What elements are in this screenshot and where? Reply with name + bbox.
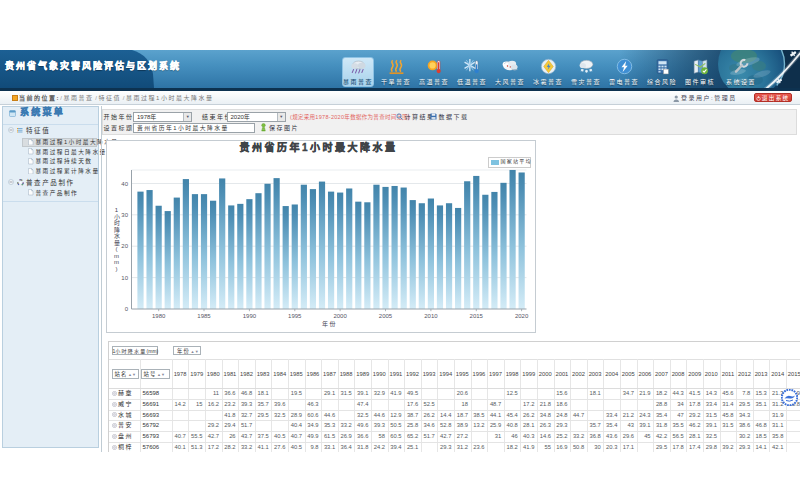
svg-text:2000: 2000 — [333, 313, 347, 319]
svg-text:0: 0 — [125, 306, 129, 312]
svg-text:2015: 2015 — [470, 313, 484, 319]
svg-text:1995: 1995 — [288, 313, 302, 319]
svg-text:20: 20 — [121, 243, 128, 249]
svg-text:2010: 2010 — [424, 313, 438, 319]
svg-text:10: 10 — [121, 275, 128, 281]
svg-text:1990: 1990 — [243, 313, 257, 319]
svg-text:1980: 1980 — [152, 313, 166, 319]
svg-text:1985: 1985 — [197, 313, 211, 319]
svg-text:2005: 2005 — [379, 313, 393, 319]
svg-text:30: 30 — [121, 212, 128, 218]
svg-text:2020: 2020 — [515, 313, 529, 319]
svg-text:40: 40 — [121, 181, 128, 187]
